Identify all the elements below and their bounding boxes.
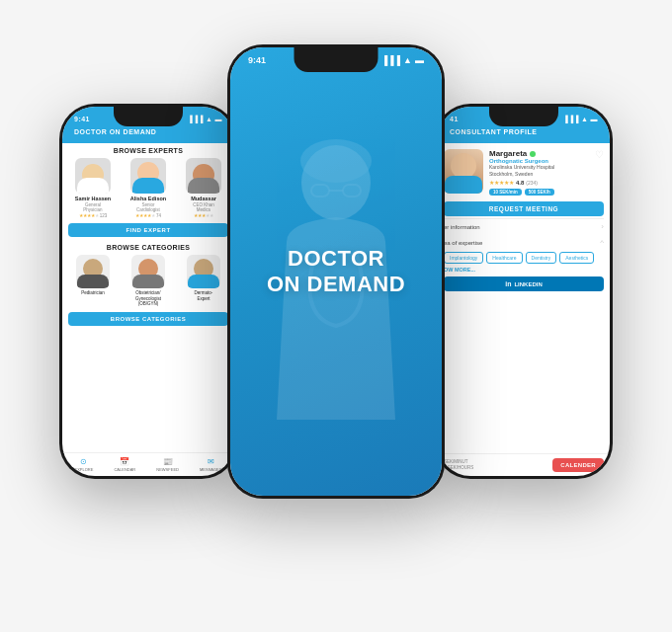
expertise-tags: Implantology Healthcare Dentistry Aesthe… <box>444 252 604 264</box>
left-app-title: DOCTOR ON DEMAND <box>70 126 226 137</box>
time-left: 9:41 <box>74 116 90 122</box>
personal-info-label: er information <box>444 224 480 230</box>
profile-section: Margareta Orthognatic Surgeon Karolinska… <box>438 143 610 199</box>
price-tag-min: 10 SEK/min <box>489 189 522 196</box>
doctor-avatar-3 <box>186 158 221 194</box>
linkedin-label: LINKEDIN <box>514 281 542 287</box>
nav-calendar-label: CALENDAR <box>114 467 135 472</box>
tag-dentistry: Dentistry <box>526 252 557 264</box>
calendar-button[interactable]: CALENDER <box>552 458 604 472</box>
nav-messages-label: MESSAGES <box>200 467 221 472</box>
request-meeting-button[interactable]: REQUEST MEETING <box>444 201 604 216</box>
messages-icon: ✉ <box>208 457 214 466</box>
nav-explore[interactable]: ⊙ EXPLORE <box>75 457 94 472</box>
heart-icon[interactable]: ♡ <box>595 149 604 160</box>
explore-icon: ⊙ <box>80 457 87 466</box>
right-screen: 41 ▐▐▐ ▲ ▬ CONSULTANT PROFILE <box>438 107 610 476</box>
notch-left <box>114 107 183 126</box>
category-name-1: Pediatrician <box>81 290 105 295</box>
phones-container: 9:41 ▐▐▐ ▲ ▬ DOCTOR ON DEMAND BROWSE EXP… <box>10 15 662 617</box>
chevron-down-icon: › <box>601 222 604 231</box>
browse-experts-title: BROWSE EXPERTS <box>62 143 234 156</box>
center-status-icons: ▐▐▐ ▲ ▬ <box>381 55 424 65</box>
doctor-avatar-2 <box>130 158 166 194</box>
tag-aesthetics: Aesthetics <box>559 252 594 264</box>
profile-rating: ★★★★★ 4.8 (234) <box>489 179 589 186</box>
chevron-up-icon: ^ <box>600 238 604 247</box>
find-expert-button[interactable]: FIND EXPERT <box>68 223 228 237</box>
linkedin-icon: in <box>505 280 511 287</box>
price-tags: 10 SEK/min 500 SEK/h <box>489 189 589 196</box>
categories-row: Pediatrician Obstetrician/Gynecologist(O… <box>62 253 234 308</box>
doctor-stars-2: ★★★★★ 74 <box>135 212 161 218</box>
phone-left: 9:41 ▐▐▐ ▲ ▬ DOCTOR ON DEMAND BROWSE EXP… <box>59 104 237 479</box>
nav-newsfeed-label: NEWSFEED <box>156 467 179 472</box>
center-screen: 9:41 ▐▐▐ ▲ ▬ <box>230 47 442 496</box>
browse-categories-title: BROWSE CATEGORIES <box>62 240 234 253</box>
nav-explore-label: EXPLORE <box>75 467 94 472</box>
calendar-icon: 📅 <box>120 457 129 466</box>
rating-count: (234) <box>526 180 538 186</box>
nav-messages[interactable]: ✉ MESSAGES <box>200 457 221 472</box>
center-time: 9:41 <box>248 55 266 65</box>
profile-stars: ★★★★★ <box>489 179 514 186</box>
center-title: DOCTOR ON DEMAND <box>267 246 405 298</box>
status-icons-left: ▐▐▐ ▲ ▬ <box>188 116 222 122</box>
doctor-name-3: Mudassar <box>191 196 216 202</box>
category-card-1[interactable]: Pediatrician <box>66 255 120 306</box>
notch-right <box>489 107 558 126</box>
personal-info-row[interactable]: er information › <box>444 218 604 234</box>
center-status-bar: 9:41 ▐▐▐ ▲ ▬ <box>230 55 442 65</box>
right-content: er information › ea of expertise ^ Impla… <box>438 218 610 453</box>
right-app-title: CONSULTANT PROFILE <box>446 126 602 137</box>
doctor-avatar-1 <box>75 158 111 194</box>
rating-number: 4.8 <box>516 180 524 186</box>
title-line2: ON DEMAND <box>267 272 405 296</box>
category-name-2: Obstetrician/Gynecologist(OB/GYN) <box>135 290 161 306</box>
newsfeed-icon: 📰 <box>163 457 173 466</box>
profile-pic <box>444 149 483 194</box>
time-right: 41 <box>450 116 459 122</box>
category-card-2[interactable]: Obstetrician/Gynecologist(OB/GYN) <box>122 255 175 306</box>
expertise-header-row[interactable]: ea of expertise ^ <box>444 238 604 250</box>
doctor-stars-1: ★★★★★ 123 <box>79 212 108 218</box>
browse-categories-button[interactable]: BROWSE CATEGORIES <box>68 312 228 326</box>
doctor-card-2[interactable]: Alisha Edison SeniorCardiologist ★★★★★ 7… <box>122 158 175 218</box>
profile-info: Margareta Orthognatic Surgeon Karolinska… <box>489 149 589 196</box>
bottom-bar: SEK/MINUT 0 SEK/HOURS CALENDER <box>438 453 610 476</box>
profile-name: Margareta <box>489 149 589 158</box>
show-more-link[interactable]: OW MORE... <box>444 267 604 273</box>
price-per-hour: 0 SEK/HOURS <box>444 465 473 471</box>
phone-center: 9:41 ▐▐▐ ▲ ▬ <box>227 44 445 499</box>
nav-calendar[interactable]: 📅 CALENDAR <box>114 457 135 472</box>
category-name-3: Dermato-Expert <box>195 290 213 301</box>
doctor-name-1: Samir Hassen <box>75 196 111 202</box>
profile-hospital: Karolinska University Hospital Stockholm… <box>489 164 589 177</box>
doctor-title-2: SeniorCardiologist <box>136 202 160 213</box>
left-screen: 9:41 ▐▐▐ ▲ ▬ DOCTOR ON DEMAND BROWSE EXP… <box>62 107 234 476</box>
bottom-nav: ⊙ EXPLORE 📅 CALENDAR 📰 NEWSFEED ✉ MESSAG… <box>62 452 234 476</box>
doctor-title-3: CEO KhanMedics <box>193 202 214 213</box>
title-line1: DOCTOR <box>288 246 384 271</box>
price-info: SEK/MINUT 0 SEK/HOURS <box>444 459 473 472</box>
category-avatar-2 <box>131 255 165 288</box>
doctor-title-1: GeneralPhysician <box>83 202 102 213</box>
svg-point-1 <box>300 139 372 183</box>
expertise-label: ea of expertise <box>444 240 482 246</box>
doctor-stars-3: ★★★★★ <box>194 212 213 218</box>
category-avatar-1 <box>76 255 110 288</box>
nav-newsfeed[interactable]: 📰 NEWSFEED <box>156 457 179 472</box>
tag-healthcare: Healthcare <box>486 252 522 264</box>
price-tag-hour: 500 SEK/h <box>525 189 554 196</box>
tag-implantology: Implantology <box>444 252 483 264</box>
category-avatar-3 <box>187 255 220 288</box>
linkedin-button[interactable]: in LINKEDIN <box>444 276 604 291</box>
category-card-3[interactable]: Dermato-Expert <box>177 255 230 306</box>
expertise-section: ea of expertise ^ Implantology Healthcar… <box>444 238 604 273</box>
doctor-card-1[interactable]: Samir Hassen GeneralPhysician ★★★★★ 123 <box>66 158 120 218</box>
doctor-card-3[interactable]: Mudassar CEO KhanMedics ★★★★★ <box>177 158 230 218</box>
online-indicator <box>530 151 536 157</box>
phone-right: 41 ▐▐▐ ▲ ▬ CONSULTANT PROFILE <box>435 104 613 479</box>
doctor-name-2: Alisha Edison <box>130 196 166 202</box>
doctors-row: Samir Hassen GeneralPhysician ★★★★★ 123 <box>62 156 234 220</box>
